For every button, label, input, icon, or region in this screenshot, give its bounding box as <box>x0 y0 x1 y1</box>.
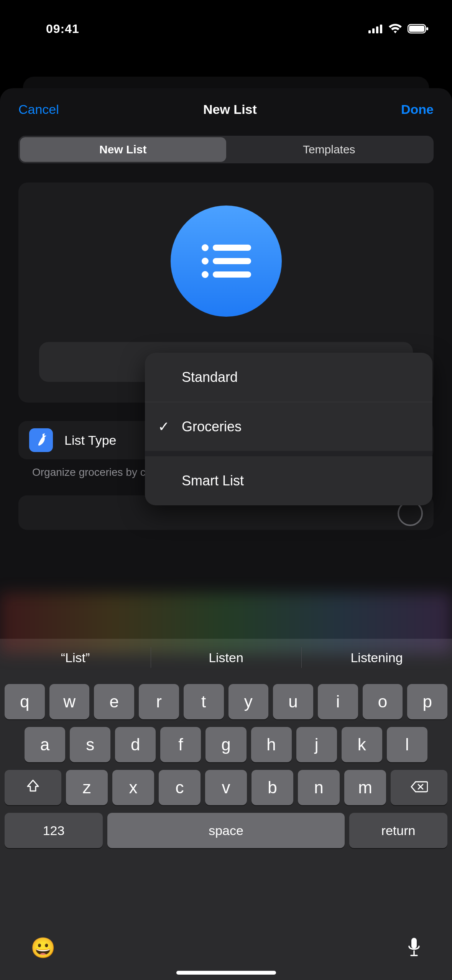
nav-title: New List <box>203 102 257 117</box>
checkmark-icon: ✓ <box>158 419 169 435</box>
key-e[interactable]: e <box>94 684 134 719</box>
segmented-control[interactable]: New List Templates <box>18 136 434 163</box>
key-c[interactable]: c <box>159 770 201 805</box>
svg-rect-5 <box>409 26 424 32</box>
list-icon-preview[interactable] <box>171 206 282 317</box>
key-row-1: q w e r t y u i o p <box>0 684 452 719</box>
key-m[interactable]: m <box>344 770 386 805</box>
key-row-3: z x c v b n m <box>0 770 452 805</box>
carrot-icon <box>34 432 48 448</box>
svg-rect-10 <box>213 258 251 264</box>
popover-item-label: Groceries <box>182 419 242 435</box>
popover-item-smart-list[interactable]: Smart List <box>145 456 432 505</box>
key-y[interactable]: y <box>228 684 269 719</box>
emoji-button[interactable]: 😀 <box>31 936 56 960</box>
key-r[interactable]: r <box>139 684 179 719</box>
svg-rect-3 <box>380 25 382 33</box>
svg-point-9 <box>202 258 209 265</box>
suggestion-0[interactable]: “List” <box>0 639 151 676</box>
software-keyboard: “List” Listen Listening q w e r t y u i … <box>0 639 452 980</box>
key-i[interactable]: i <box>318 684 358 719</box>
key-x[interactable]: x <box>112 770 154 805</box>
mic-icon <box>407 952 421 958</box>
list-type-label: List Type <box>64 433 116 448</box>
svg-rect-13 <box>411 938 417 949</box>
cancel-button[interactable]: Cancel <box>18 102 59 117</box>
key-d[interactable]: d <box>115 727 156 762</box>
svg-point-11 <box>202 271 209 278</box>
svg-point-7 <box>202 244 209 251</box>
svg-rect-6 <box>426 27 428 30</box>
svg-rect-0 <box>368 30 371 33</box>
suggestion-2[interactable]: Listening <box>301 639 452 676</box>
popover-item-label: Smart List <box>182 473 244 489</box>
svg-rect-1 <box>372 28 375 33</box>
keyboard-suggestions: “List” Listen Listening <box>0 639 452 676</box>
status-right <box>368 24 429 34</box>
key-h[interactable]: h <box>251 727 292 762</box>
list-type-popover: Standard ✓ Groceries Smart List <box>145 353 432 505</box>
key-shift[interactable] <box>5 770 61 805</box>
key-v[interactable]: v <box>205 770 247 805</box>
key-w[interactable]: w <box>49 684 90 719</box>
svg-rect-12 <box>213 271 251 278</box>
key-f[interactable]: f <box>160 727 201 762</box>
key-k[interactable]: k <box>342 727 382 762</box>
key-a[interactable]: a <box>25 727 65 762</box>
key-s[interactable]: s <box>70 727 110 762</box>
suggestion-1[interactable]: Listen <box>151 639 301 676</box>
key-u[interactable]: u <box>273 684 313 719</box>
svg-rect-8 <box>213 245 251 251</box>
popover-item-standard[interactable]: Standard <box>145 353 432 402</box>
segment-new-list[interactable]: New List <box>20 137 226 162</box>
key-o[interactable]: o <box>363 684 403 719</box>
popover-item-groceries[interactable]: ✓ Groceries <box>145 402 432 451</box>
shift-icon <box>25 778 41 797</box>
status-time: 09:41 <box>46 22 79 36</box>
key-l[interactable]: l <box>387 727 427 762</box>
dictation-button[interactable] <box>407 937 421 959</box>
home-indicator[interactable] <box>176 971 276 975</box>
key-j[interactable]: j <box>296 727 337 762</box>
key-z[interactable]: z <box>66 770 108 805</box>
key-123[interactable]: 123 <box>5 813 103 848</box>
key-b[interactable]: b <box>251 770 293 805</box>
list-bullet-icon <box>197 240 255 282</box>
backspace-icon <box>410 778 428 797</box>
segment-templates[interactable]: Templates <box>226 137 432 162</box>
key-row-4: 123 space return <box>0 813 452 848</box>
key-backspace[interactable] <box>391 770 447 805</box>
key-p[interactable]: p <box>407 684 447 719</box>
keyboard-bottom-row: 😀 <box>0 925 452 971</box>
done-button[interactable]: Done <box>401 102 434 117</box>
wifi-icon <box>388 24 402 34</box>
status-bar: 09:41 <box>0 0 452 58</box>
key-g[interactable]: g <box>205 727 246 762</box>
battery-icon <box>408 24 429 34</box>
key-n[interactable]: n <box>298 770 340 805</box>
list-type-icon-container <box>29 428 53 452</box>
key-row-2: a s d f g h j k l <box>0 727 452 762</box>
key-t[interactable]: t <box>184 684 224 719</box>
nav-bar: Cancel New List Done <box>0 88 452 130</box>
svg-rect-2 <box>376 26 378 33</box>
key-q[interactable]: q <box>5 684 45 719</box>
cellular-icon <box>368 24 383 33</box>
key-return[interactable]: return <box>349 813 447 848</box>
key-space[interactable]: space <box>107 813 345 848</box>
popover-item-label: Standard <box>182 369 238 385</box>
popover-divider <box>145 451 432 456</box>
